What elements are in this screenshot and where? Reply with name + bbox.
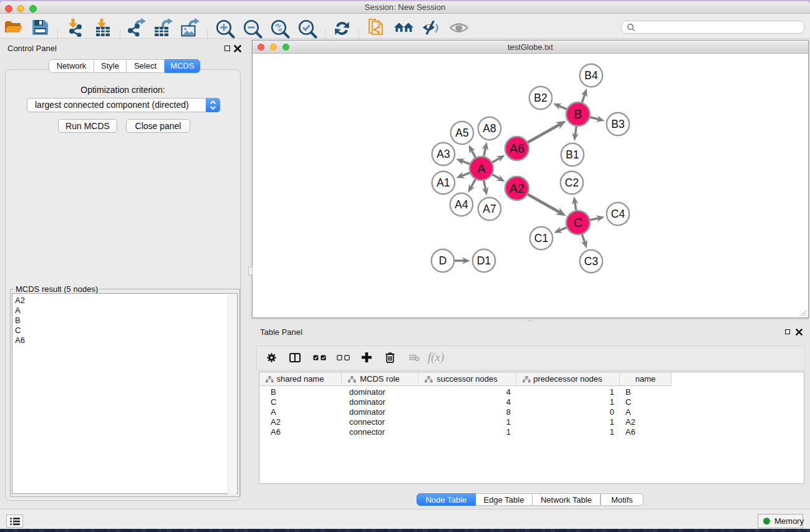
svg-text:B3: B3 [611, 118, 624, 130]
svg-text:D: D [439, 254, 447, 267]
svg-text:A4: A4 [455, 198, 468, 211]
svg-text:A2: A2 [509, 181, 524, 195]
svg-text:B: B [574, 107, 582, 121]
svg-text:C: C [574, 216, 582, 230]
svg-text:A8: A8 [483, 122, 496, 135]
svg-text:A1: A1 [436, 177, 450, 189]
svg-text:A3: A3 [436, 148, 450, 160]
svg-text:C1: C1 [534, 232, 548, 244]
svg-text:A: A [477, 162, 486, 175]
svg-text:B4: B4 [584, 69, 598, 82]
svg-text:A7: A7 [483, 203, 496, 215]
svg-text:C4: C4 [611, 208, 625, 220]
svg-text:A5: A5 [455, 127, 468, 139]
svg-text:C2: C2 [565, 177, 579, 189]
svg-text:D1: D1 [477, 254, 491, 267]
svg-text:B2: B2 [534, 92, 547, 104]
svg-text:B1: B1 [566, 148, 579, 161]
svg-text:A6: A6 [509, 142, 524, 155]
svg-text:C3: C3 [584, 255, 598, 268]
